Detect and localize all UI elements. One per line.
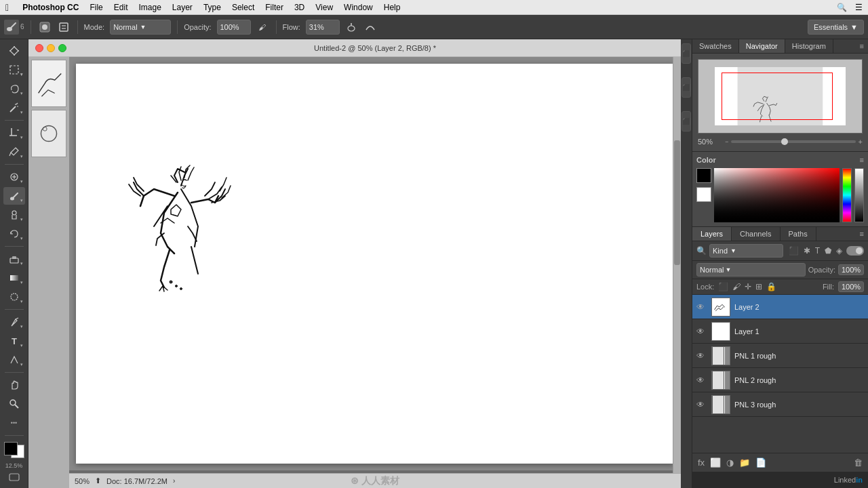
lock-pixels-icon[interactable]: 🖌 [732, 282, 741, 291]
mode-select[interactable]: Normal▼ [110, 20, 171, 35]
panel-icon-nav[interactable]: ⬛ [682, 43, 691, 64]
layer-visibility-toggle-pnl2[interactable]: 👁 [696, 375, 707, 385]
lock-artboard-icon[interactable]: ⊞ [755, 282, 762, 291]
menu-3d[interactable]: 3D [294, 3, 304, 12]
panel-menu-icon[interactable]: ≡ [856, 39, 868, 53]
delete-layer-icon[interactable]: 🗑 [852, 456, 864, 469]
menu-layer[interactable]: Layer [172, 3, 193, 12]
menu-edit[interactable]: Edit [114, 3, 128, 12]
filter-shape-icon[interactable]: ⬟ [823, 245, 833, 256]
channels-tab[interactable]: Channels [732, 227, 780, 241]
gradient-tool[interactable]: ▾ [3, 269, 25, 287]
layers-search-icon[interactable]: 🔍 [696, 246, 707, 256]
layers-panel-menu[interactable]: ≡ [856, 227, 868, 241]
scrollbar-thumb[interactable] [674, 140, 680, 265]
close-button[interactable] [35, 44, 43, 52]
blend-mode-select[interactable]: Normal ▼ [696, 263, 806, 277]
crop-tool[interactable]: ▾ [3, 124, 25, 142]
airbrush-icon[interactable] [344, 20, 359, 35]
quick-mask-icon[interactable] [9, 473, 20, 485]
filter-pixel-icon[interactable]: ⬛ [787, 245, 800, 256]
foreground-color-picker[interactable] [696, 168, 711, 183]
layer-row-layer2[interactable]: 👁 Layer 2 [692, 295, 868, 319]
brush-preset-icon[interactable] [37, 20, 52, 35]
opacity-slider-color[interactable] [854, 168, 864, 222]
lock-transparency-icon[interactable]: ⬛ [718, 282, 728, 291]
flow-value[interactable]: 31% [306, 20, 340, 35]
menu-photoshop[interactable]: Photoshop CC [22, 3, 79, 12]
foreground-background-swatches[interactable] [4, 442, 24, 458]
clone-stamp-tool[interactable]: ▾ [3, 206, 25, 224]
brush-tool-icon[interactable] [4, 20, 19, 35]
layer-row-layer1[interactable]: 👁 Layer 1 [692, 319, 868, 344]
color-saturation-brightness[interactable] [714, 168, 840, 222]
essentials-button[interactable]: Essentials ▼ [808, 20, 864, 35]
layer-row-pnl2[interactable]: 👁 PNL 2 rough [692, 368, 868, 392]
lock-all-icon[interactable]: 🔒 [766, 282, 776, 291]
histogram-tab[interactable]: Histogram [785, 39, 833, 53]
pen-tool[interactable]: ▾ [3, 313, 25, 331]
layers-kind-select[interactable]: Kind ▼ [709, 244, 783, 258]
menu-help[interactable]: Help [384, 3, 401, 12]
zoom-min-icon[interactable]: − [725, 138, 728, 145]
swatches-tab[interactable]: Swatches [692, 39, 739, 53]
lock-position-icon[interactable]: ✛ [745, 282, 751, 291]
history-brush-tool[interactable]: ▾ [3, 225, 25, 243]
paths-tab[interactable]: Paths [781, 227, 816, 241]
panel-icon-layers[interactable]: ⬛ [682, 111, 691, 131]
layers-tab[interactable]: Layers [692, 227, 732, 241]
magic-wand-tool[interactable]: ▾ [3, 99, 25, 117]
filter-type-icon[interactable]: T [814, 245, 821, 256]
navigator-tab[interactable]: Navigator [739, 39, 785, 53]
toggle-brush-panel-icon[interactable] [56, 20, 71, 35]
layer-row-pnl1[interactable]: 👁 PNL 1 rough [692, 344, 868, 368]
add-layer-icon[interactable]: 📄 [754, 456, 768, 469]
layer-visibility-toggle-2[interactable]: 👁 [696, 302, 707, 312]
layers-filter-toggle[interactable] [846, 246, 864, 256]
layer-fx-icon[interactable]: fx [696, 456, 706, 469]
opacity-jitter-icon[interactable]: 🖌 [255, 20, 270, 35]
layer-visibility-toggle-pnl3[interactable]: 👁 [696, 400, 707, 409]
color-panel-menu[interactable]: ≡ [860, 156, 864, 164]
healing-brush-tool[interactable]: ▾ [3, 168, 25, 186]
extra-tools[interactable]: ••• [3, 414, 25, 432]
zoom-value[interactable]: 50% [75, 477, 90, 485]
menu-type[interactable]: Type [203, 3, 221, 12]
menu-view[interactable]: View [315, 3, 333, 12]
filter-smart-icon[interactable]: ◈ [835, 245, 844, 256]
maximize-button[interactable] [58, 44, 66, 52]
background-color-picker[interactable] [696, 187, 711, 202]
hue-slider[interactable] [842, 168, 852, 222]
smoothing-icon[interactable] [363, 20, 378, 35]
menu-filter[interactable]: Filter [265, 3, 283, 12]
text-tool[interactable]: T ▾ [3, 332, 25, 350]
zoom-max-icon[interactable]: + [859, 138, 863, 146]
foreground-color-swatch[interactable] [4, 442, 18, 455]
hand-tool[interactable] [3, 376, 25, 394]
add-group-icon[interactable]: 📁 [738, 456, 751, 469]
select-tool[interactable]: ▾ ▾ [3, 61, 25, 79]
filter-adjustment-icon[interactable]: ✱ [802, 245, 812, 256]
layer-row-pnl3[interactable]: 👁 PNL 3 rough [692, 392, 868, 417]
thumb-item-1[interactable] [31, 60, 66, 107]
zoom-tool[interactable] [3, 395, 25, 413]
thumb-item-2[interactable] [31, 110, 66, 157]
menu-extra-icon[interactable]: ☰ [855, 3, 863, 12]
doc-info-arrow[interactable]: › [173, 477, 175, 485]
opacity-value-field[interactable]: 100% [838, 264, 864, 275]
move-tool[interactable] [3, 42, 25, 60]
eyedropper-tool[interactable]: ▾ [3, 143, 25, 161]
apple-menu[interactable]:  [5, 2, 9, 13]
eraser-tool[interactable]: ▾ [3, 250, 25, 268]
layer-visibility-toggle-1[interactable]: 👁 [696, 327, 707, 336]
vertical-scrollbar[interactable] [673, 57, 681, 473]
opacity-value[interactable]: 100% [217, 20, 251, 35]
menu-image[interactable]: Image [138, 3, 161, 12]
blur-tool[interactable]: ▾ [3, 288, 25, 306]
lasso-tool[interactable]: ▾ [3, 80, 25, 98]
search-icon[interactable]: 🔍 [837, 3, 847, 12]
traffic-lights[interactable] [35, 44, 66, 52]
menu-window[interactable]: Window [344, 3, 373, 12]
panel-icon-hist[interactable]: ⬛ [682, 77, 691, 98]
fill-value-field[interactable]: 100% [838, 281, 864, 292]
